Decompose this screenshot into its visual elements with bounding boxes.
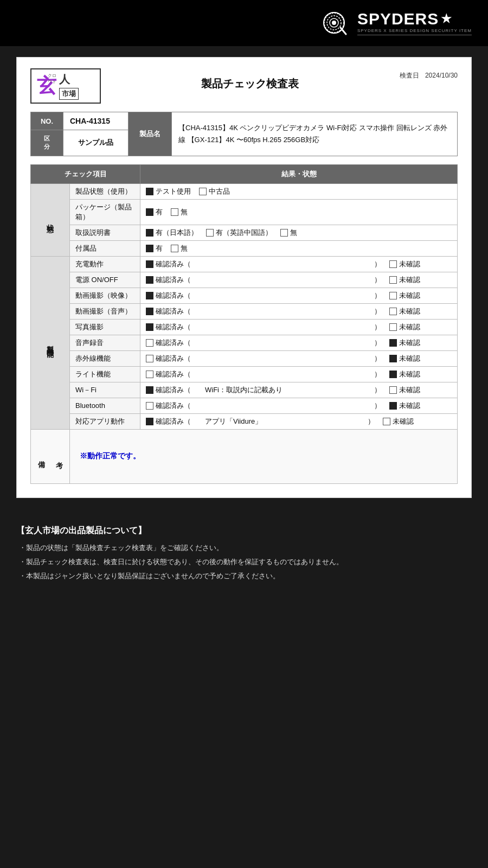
item-name: 取扱説明書 xyxy=(70,225,140,240)
biko-row: 備考 ※動作正常です。 xyxy=(31,429,458,483)
brand-market: 市場 xyxy=(59,88,79,100)
item-name: 付属品 xyxy=(70,240,140,256)
logo-area: SPYDERS ★ SPYDERS X SERIES DESIGN SECURI… xyxy=(322,8,472,38)
item-name: 動画撮影（音声） xyxy=(70,303,140,319)
brand-name: 人 xyxy=(59,72,79,87)
white-card: 玄 クロウト 人 市場 製品チェック検査表 検査日 2024/10/30 NO.… xyxy=(16,57,472,498)
inspection-date-label: 検査日 xyxy=(400,72,419,79)
table-row: 対応アプリ動作 確認済み（ アプリ「Viidure」 ） 未確認 xyxy=(31,413,458,429)
table-row: Wi－Fi 確認済み（ WiFi：取説内に記載あり ） 未確認 xyxy=(31,382,458,398)
col-result-header: 結果・状態 xyxy=(140,164,458,183)
logo-subtitle: SPYDERS X SERIES DESIGN SECURITY ITEM xyxy=(357,28,472,33)
result-cell: 有 無 xyxy=(140,240,458,256)
table-row: 動画撮影（映像） 確認済み（ ） 未確認 xyxy=(31,288,458,303)
product-info-table: NO. CHA-41315 製品名 【CHA-41315】4K ペンクリップビデ… xyxy=(30,112,458,156)
table-row: 電源 ON/OFF 確認済み（ ） 未確認 xyxy=(31,272,458,288)
table-row: 製品機能 充電動作 確認済み（ ） 未確認 xyxy=(31,256,458,272)
name-value: 【CHA-41315】4K ペンクリップビデオカメラ Wi-Fi対応 スマホ操作… xyxy=(172,112,458,156)
section-function: 製品機能 xyxy=(31,256,70,429)
item-name: 赤外線機能 xyxy=(70,350,140,366)
item-name: 音声録音 xyxy=(70,335,140,350)
result-cell: 確認済み（ ） 未確認 xyxy=(140,256,458,272)
brand-ruby: クロウト xyxy=(48,73,56,85)
biko-content: ※動作正常です。 xyxy=(70,429,458,483)
logo-star: ★ xyxy=(441,12,452,26)
card-header: 玄 クロウト 人 市場 製品チェック検査表 検査日 2024/10/30 xyxy=(30,68,458,104)
result-cell: 確認済み（ ） 未確認 xyxy=(140,335,458,350)
logo-icon xyxy=(322,8,352,38)
table-row: ライト機能 確認済み（ ） 未確認 xyxy=(31,366,458,382)
type-value: サンプル品 xyxy=(63,130,129,156)
check-table: チェック項目 結果・状態 状態 製品状態（使用） テスト使用 中古品 xyxy=(30,164,458,484)
footer-section: 【玄人市場の出品製品について】 ・製品の状態は「製品検査チェック検査表」をご確認… xyxy=(0,514,488,596)
result-cell: 有 無 xyxy=(140,199,458,225)
name-label: 製品名 xyxy=(129,112,172,156)
item-name: Wi－Fi xyxy=(70,382,140,398)
item-name: ライト機能 xyxy=(70,366,140,382)
footer-title: 【玄人市場の出品製品について】 xyxy=(16,525,472,537)
result-cell: 確認済み（ ） 未確認 xyxy=(140,350,458,366)
logo-text: SPYDERS xyxy=(357,10,439,28)
biko-label: 備考 xyxy=(31,429,70,483)
footer-item-3: ・本製品はジャンク扱いとなり製品保証はございませんので予めご了承ください。 xyxy=(16,571,472,581)
inspection-date-area: 検査日 2024/10/30 xyxy=(400,68,458,80)
result-cell: 確認済み（ ） 未確認 xyxy=(140,319,458,335)
result-cell: 確認済み（ ） 未確認 xyxy=(140,303,458,319)
item-name: 製品状態（使用） xyxy=(70,183,140,199)
svg-point-3 xyxy=(332,21,336,25)
result-cell: 確認済み（ ） 未確認 xyxy=(140,272,458,288)
type-label: 区分 xyxy=(31,130,63,156)
footer-item-1: ・製品の状態は「製品検査チェック検査表」をご確認ください。 xyxy=(16,543,472,553)
svg-line-4 xyxy=(341,28,346,34)
result-cell: 確認済み（ ） 未確認 xyxy=(140,398,458,413)
card-title: 製品チェック検査表 xyxy=(101,68,400,91)
header: SPYDERS ★ SPYDERS X SERIES DESIGN SECURI… xyxy=(0,0,488,46)
result-cell: 確認済み（ WiFi：取説内に記載あり ） 未確認 xyxy=(140,382,458,398)
no-label: NO. xyxy=(31,112,63,130)
table-row: パッケージ（製品箱） 有 無 xyxy=(31,199,458,225)
brand-logo: 玄 クロウト 人 市場 xyxy=(30,68,101,104)
biko-note: ※動作正常です。 xyxy=(80,451,140,460)
result-cell: テスト使用 中古品 xyxy=(140,183,458,199)
table-row: 状態 製品状態（使用） テスト使用 中古品 xyxy=(31,183,458,199)
table-row: 動画撮影（音声） 確認済み（ ） 未確認 xyxy=(31,303,458,319)
item-name: 動画撮影（映像） xyxy=(70,288,140,303)
col-item-header: チェック項目 xyxy=(31,164,140,183)
result-cell: 有（日本語） 有（英語中国語） 無 xyxy=(140,225,458,240)
table-row: 付属品 有 無 xyxy=(31,240,458,256)
table-row: 赤外線機能 確認済み（ ） 未確認 xyxy=(31,350,458,366)
table-row: 取扱説明書 有（日本語） 有（英語中国語） 無 xyxy=(31,225,458,240)
no-value: CHA-41315 xyxy=(63,112,129,130)
footer-item-2: ・製品チェック検査表は、検査日に於ける状態であり、その後の動作を保証するものでは… xyxy=(16,557,472,567)
result-cell: 確認済み（ ） 未確認 xyxy=(140,288,458,303)
section-status: 状態 xyxy=(31,183,70,256)
inspection-date: 2024/10/30 xyxy=(425,72,458,79)
result-cell: 確認済み（ ） 未確認 xyxy=(140,366,458,382)
table-row: 音声録音 確認済み（ ） 未確認 xyxy=(31,335,458,350)
result-cell: 確認済み（ アプリ「Viidure」 ） 未確認 xyxy=(140,413,458,429)
main-content: 玄 クロウト 人 市場 製品チェック検査表 検査日 2024/10/30 NO.… xyxy=(0,46,488,514)
item-name: 対応アプリ動作 xyxy=(70,413,140,429)
item-bluetooth: Bluetooth xyxy=(70,398,140,413)
item-name: 電源 ON/OFF xyxy=(70,272,140,288)
item-name: パッケージ（製品箱） xyxy=(70,199,140,225)
item-name: 写真撮影 xyxy=(70,319,140,335)
table-row: Bluetooth 確認済み（ ） 未確認 xyxy=(31,398,458,413)
item-name: 充電動作 xyxy=(70,256,140,272)
table-row: 写真撮影 確認済み（ ） 未確認 xyxy=(31,319,458,335)
